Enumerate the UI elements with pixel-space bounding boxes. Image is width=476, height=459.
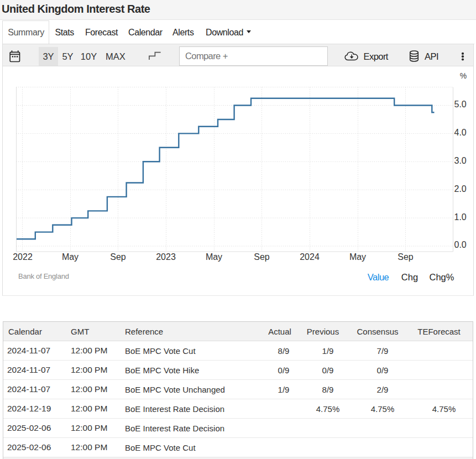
svg-text:2022: 2022 bbox=[13, 252, 33, 262]
svg-text:Sep: Sep bbox=[254, 252, 270, 262]
svg-text:2024: 2024 bbox=[300, 252, 320, 262]
svg-text:2023: 2023 bbox=[156, 252, 176, 262]
svg-text:May: May bbox=[349, 252, 366, 262]
svg-text:1.0: 1.0 bbox=[454, 212, 467, 222]
svg-text:May: May bbox=[206, 252, 222, 262]
svg-text:2.0: 2.0 bbox=[454, 184, 467, 194]
svg-text:Sep: Sep bbox=[397, 252, 414, 262]
svg-text:3.0: 3.0 bbox=[454, 156, 467, 165]
svg-text:5.0: 5.0 bbox=[454, 100, 467, 109]
svg-text:Sep: Sep bbox=[110, 252, 126, 262]
svg-text:4.0: 4.0 bbox=[454, 128, 467, 137]
svg-text:May: May bbox=[62, 252, 79, 262]
svg-text:%: % bbox=[460, 71, 467, 80]
svg-text:0.0: 0.0 bbox=[454, 240, 467, 249]
